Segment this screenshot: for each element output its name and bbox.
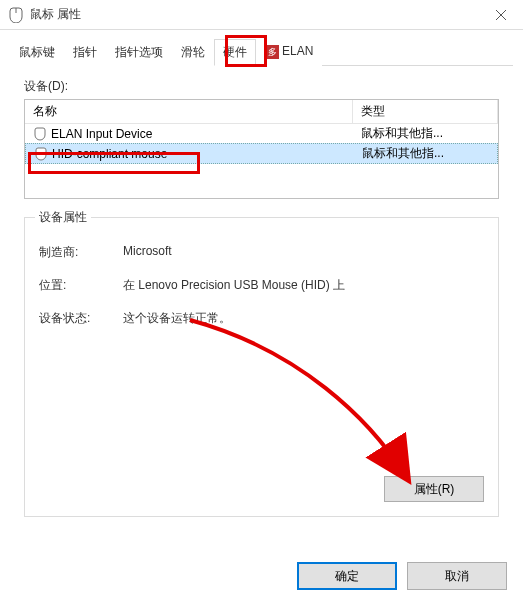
window-title: 鼠标 属性 (30, 6, 478, 23)
table-header: 名称 类型 (25, 100, 498, 124)
tab-wheel[interactable]: 滑轮 (172, 39, 214, 66)
mouse-device-icon (34, 147, 48, 161)
col-type[interactable]: 类型 (353, 100, 498, 123)
device-list[interactable]: 名称 类型 ELAN Input Device 鼠标和其他指... HID-co… (24, 99, 499, 199)
cancel-button[interactable]: 取消 (407, 562, 507, 590)
device-name: ELAN Input Device (51, 127, 152, 141)
tab-strip: 鼠标键 指针 指针选项 滑轮 硬件 多ELAN (10, 38, 513, 66)
devices-label: 设备(D): (24, 78, 513, 95)
col-name[interactable]: 名称 (25, 100, 353, 123)
status-value: 这个设备运转正常。 (123, 310, 484, 327)
manufacturer-value: Microsoft (123, 244, 484, 261)
device-type: 鼠标和其他指... (354, 144, 497, 163)
properties-button[interactable]: 属性(R) (384, 476, 484, 502)
tab-elan[interactable]: 多ELAN (256, 39, 322, 66)
device-properties-group: 设备属性 制造商: Microsoft 位置: 在 Lenovo Precisi… (24, 217, 499, 517)
titlebar: 鼠标 属性 (0, 0, 523, 30)
location-value: 在 Lenovo Precision USB Mouse (HID) 上 (123, 277, 484, 294)
tab-pointer-options[interactable]: 指针选项 (106, 39, 172, 66)
mouse-device-icon (33, 127, 47, 141)
elan-icon: 多 (265, 45, 279, 59)
table-row[interactable]: HID-compliant mouse 鼠标和其他指... (25, 143, 498, 164)
tab-buttons[interactable]: 鼠标键 (10, 39, 64, 66)
device-name: HID-compliant mouse (52, 147, 167, 161)
manufacturer-label: 制造商: (39, 244, 123, 261)
status-label: 设备状态: (39, 310, 123, 327)
device-type: 鼠标和其他指... (353, 124, 498, 143)
group-title: 设备属性 (35, 209, 91, 226)
tab-pointers[interactable]: 指针 (64, 39, 106, 66)
tab-elan-label: ELAN (282, 44, 313, 58)
dialog-footer: 确定 取消 (297, 562, 507, 590)
tab-hardware[interactable]: 硬件 (214, 39, 256, 66)
table-row[interactable]: ELAN Input Device 鼠标和其他指... (25, 124, 498, 143)
ok-button[interactable]: 确定 (297, 562, 397, 590)
close-button[interactable] (478, 0, 523, 30)
location-label: 位置: (39, 277, 123, 294)
mouse-icon (8, 7, 24, 23)
